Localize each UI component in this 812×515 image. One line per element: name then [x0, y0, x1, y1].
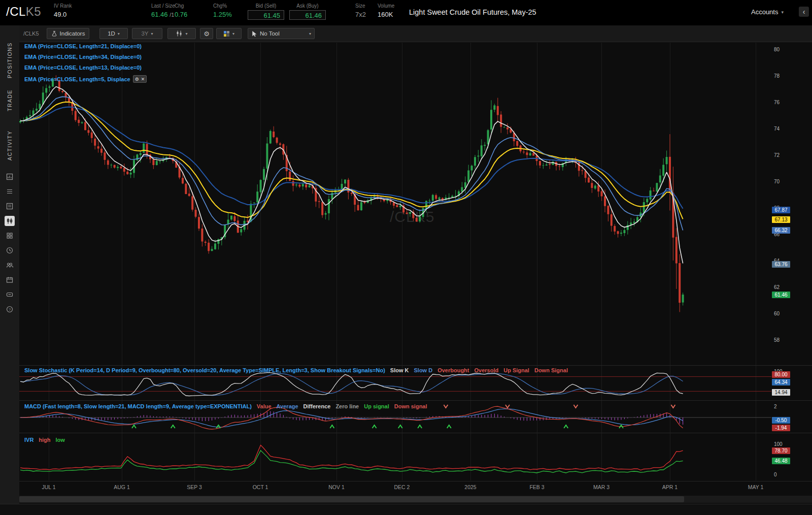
chart-settings-button[interactable]: ⚙ — [200, 28, 213, 39]
chevron-down-icon: ▾ — [118, 31, 120, 36]
chart-report-icon[interactable] — [5, 172, 15, 182]
chevron-down-icon: ▾ — [185, 31, 187, 36]
instrument-description: Light Sweet Crude Oil Futures, May-25 — [409, 8, 536, 16]
platform-keys-icon[interactable] — [5, 289, 15, 300]
left-sidebar: POSITIONS TRADE ACTIVITY ? — [0, 25, 19, 515]
watchlist-icon[interactable] — [5, 186, 15, 197]
collapse-panel-icon[interactable]: ‹ — [799, 7, 809, 17]
last-size-field: Last / Size 61.46 /1 — [151, 0, 175, 25]
ask-field: Ask (Buy) 61.46 — [289, 0, 326, 25]
size-field: Size 7x2 — [355, 0, 366, 25]
grid-layout-icon[interactable] — [5, 231, 15, 241]
volume-field: Volume 160K — [378, 0, 394, 25]
chevron-down-icon: ▾ — [781, 10, 784, 15]
chevron-down-icon: ▾ — [232, 31, 234, 36]
chevron-down-icon: ▾ — [309, 31, 311, 36]
symbol-title: /CLK5 — [6, 5, 41, 19]
order-ticket-icon[interactable] — [5, 201, 15, 211]
volume-label: Volume — [378, 3, 394, 9]
bid-label: Bid (Sell) — [248, 3, 284, 9]
quote-header: /CLK5 IV Rank 49.0 Last / Size 61.46 /1 … — [0, 0, 812, 25]
ask-button[interactable]: 61.46 — [289, 10, 326, 20]
ask-label: Ask (Buy) — [289, 3, 326, 9]
bid-button[interactable]: 61.45 — [248, 10, 284, 20]
timeframe-value: 1D — [108, 30, 115, 37]
calendar-icon[interactable] — [5, 275, 15, 285]
cursor-icon — [251, 30, 257, 37]
chart-type-dropdown[interactable]: ▾ — [167, 28, 196, 39]
chg-pct-field: Chg% 1.25% — [213, 0, 232, 25]
accounts-label: Accounts — [751, 8, 778, 16]
chg-pct-label: Chg% — [213, 3, 232, 9]
range-dropdown[interactable]: 3Y ▾ — [132, 28, 162, 39]
drawing-tool-dropdown[interactable]: No Tool ▾ — [248, 28, 315, 39]
indicators-button[interactable]: Indicators — [47, 28, 89, 39]
size-label: Size — [355, 3, 366, 9]
chg-value: 0.76 — [175, 11, 187, 18]
accounts-menu[interactable]: Accounts ▾ — [751, 8, 784, 16]
layout-grid-dropdown[interactable]: ▾ — [216, 28, 242, 39]
chevron-down-icon: ▾ — [151, 31, 153, 36]
chg-field: Chg 0.76 — [175, 0, 187, 25]
sidebar-tab-trade[interactable]: TRADE — [0, 85, 19, 115]
sidebar-icon-rail: ? — [0, 172, 19, 314]
volume-value: 160K — [378, 11, 394, 18]
drawing-tool-value: No Tool — [260, 30, 280, 37]
follow-traders-icon[interactable] — [5, 260, 15, 270]
chart-symbol-label: /CLK5 — [23, 30, 39, 37]
indicators-label: Indicators — [60, 30, 85, 37]
chart-watermark: /CLK5 — [390, 208, 434, 226]
iv-rank-value: 49.0 — [54, 11, 72, 18]
history-icon[interactable] — [5, 245, 15, 255]
last-qty: /1 — [170, 12, 174, 18]
symbol-month-code: K5 — [26, 5, 41, 18]
sidebar-tab-activity[interactable]: ACTIVITY — [0, 125, 19, 166]
range-value: 3Y — [141, 30, 148, 37]
chart-icon[interactable] — [5, 216, 15, 226]
chart-scrollbar[interactable] — [19, 496, 812, 503]
last-value: 61.46 — [151, 11, 168, 18]
sidebar-tab-positions[interactable]: POSITIONS — [0, 39, 19, 82]
layout-grid-icon — [223, 30, 230, 37]
svg-text:?: ? — [9, 307, 11, 312]
chg-pct-value: 1.25% — [213, 11, 232, 18]
help-icon[interactable]: ? — [5, 304, 15, 314]
indicators-flask-icon — [51, 30, 57, 37]
chart-panel: /CLK5 — [19, 25, 812, 504]
iv-rank-field: IV Rank 49.0 — [54, 0, 72, 25]
timeframe-dropdown[interactable]: 1D ▾ — [99, 28, 128, 39]
chart-scrollbar-thumb[interactable] — [19, 496, 684, 502]
last-size-label: Last / Size — [151, 3, 175, 9]
chart-toolbar: /CLK5 Indicators 1D ▾ 3Y ▾ ▾ ⚙ ▾ No Tool… — [19, 25, 812, 42]
size-value: 7x2 — [355, 11, 366, 18]
bid-field: Bid (Sell) 61.45 — [248, 0, 284, 25]
iv-rank-label: IV Rank — [54, 3, 72, 9]
candlestick-type-icon — [176, 30, 183, 37]
chg-label: Chg — [175, 3, 187, 9]
zoom-control: − + — [599, 25, 812, 42]
bottom-strip — [0, 504, 812, 515]
gear-icon: ⚙ — [204, 30, 210, 38]
symbol-root: /CL — [6, 5, 26, 18]
